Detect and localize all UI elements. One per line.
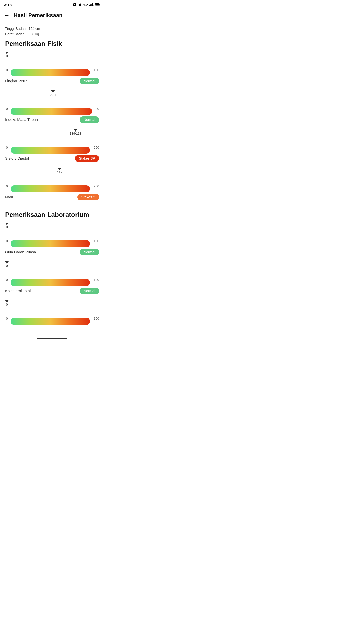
svg-rect-4 <box>93 5 94 6</box>
gauge-nadi: 117 0 200 <box>5 168 99 192</box>
gauge-bar-wrapper-kolesterol <box>11 274 90 286</box>
section-title-laboratorium: Pemeriksaan Laboratorium <box>5 211 99 219</box>
signal-icon <box>89 3 94 6</box>
measurement-nadi: 117 0 200 Nadi Stakes 3 <box>5 168 99 200</box>
gauge-row-item3: 0 100 <box>5 313 99 325</box>
svg-rect-3 <box>92 3 93 6</box>
gauge-bar-kolesterol <box>11 279 90 286</box>
name-sistol: Sistol / Diastol <box>5 156 29 160</box>
header: ← Hasil Pemeriksaan <box>0 9 104 22</box>
name-imt: Indeks Masa Tubuh <box>5 117 38 122</box>
gauge-gula-darah: 0 0 100 <box>5 223 99 247</box>
gauge-max-gula: 100 <box>94 239 99 243</box>
gauge-min-item3: 0 <box>5 317 9 320</box>
gauge-bar-nadi <box>11 185 90 192</box>
indicator-arrow-nadi <box>58 168 61 170</box>
home-indicator <box>37 338 67 339</box>
gauge-bar-lingkar-perut <box>11 69 90 76</box>
gauge-min-imt: 0 <box>5 107 9 111</box>
indicator-arrow-gula <box>5 223 9 225</box>
gauge-item3: 0 0 100 <box>5 300 99 325</box>
footer-lingkar-perut: Lingkar Perut Normal <box>5 78 99 84</box>
name-nadi: Nadi <box>5 195 13 199</box>
patient-info: Tinggi Badan : 164 cm Berat Badan : 55.0… <box>5 26 99 37</box>
gauge-bar-item3 <box>11 318 90 325</box>
gauge-row-kolesterol: 0 100 <box>5 274 99 286</box>
gauge-sistol-diastol: 189/118 0 250 <box>5 129 99 154</box>
section-pemeriksaan-fisik: Pemeriksaan Fisik 0 0 100 <box>5 40 99 200</box>
gauge-indeks-masa-tubuh: 20.4 0 40 <box>5 90 99 115</box>
badge-sistol: Stakes 3P <box>75 155 99 162</box>
patient-weight: Berat Badan : 55.0 kg <box>5 31 99 37</box>
gauge-row-gula: 0 100 <box>5 235 99 247</box>
gauge-max-sistol: 250 <box>94 146 99 149</box>
gauge-bar-wrapper-item3 <box>11 313 90 325</box>
indicator-value-kolesterol: 0 <box>6 264 8 268</box>
section-title-fisik: Pemeriksaan Fisik <box>5 40 99 48</box>
gauge-row-nadi: 0 200 <box>5 180 99 192</box>
indicator-value-imt: 20.4 <box>50 93 56 97</box>
gauge-min-lingkar-perut: 0 <box>5 68 9 72</box>
status-icons <box>72 3 100 7</box>
svg-rect-7 <box>99 4 100 5</box>
measurement-item3: 0 0 100 <box>5 300 99 325</box>
gauge-max-nadi: 200 <box>94 184 99 188</box>
indicator-arrow-lingkar-perut <box>5 52 9 54</box>
gauge-max-lingkar-perut: 100 <box>94 68 99 72</box>
content: Tinggi Badan : 164 cm Berat Badan : 55.0… <box>0 22 104 335</box>
patient-height: Tinggi Badan : 164 cm <box>5 26 99 31</box>
badge-lingkar-perut: Normal <box>80 78 99 84</box>
status-time: 3:18 <box>4 3 12 7</box>
gauge-max-kolesterol: 100 <box>94 278 99 282</box>
footer-sistol: Sistol / Diastol Stakes 3P <box>5 155 99 162</box>
gauge-bar-wrapper-nadi <box>11 180 90 192</box>
svg-rect-2 <box>91 4 92 6</box>
gauge-bar-wrapper-sistol <box>11 142 90 154</box>
gauge-bar-wrapper-gula <box>11 235 90 247</box>
indicator-arrow-item3 <box>5 300 9 303</box>
gauge-row-lingkar-perut: 0 100 <box>5 64 99 76</box>
footer-nadi: Nadi Stakes 3 <box>5 194 99 200</box>
indicator-value-gula: 0 <box>6 225 8 229</box>
footer-imt: Indeks Masa Tubuh Normal <box>5 116 99 123</box>
badge-kolesterol: Normal <box>80 288 99 294</box>
gauge-min-kolesterol: 0 <box>5 278 9 282</box>
gauge-min-gula: 0 <box>5 239 9 243</box>
gauge-min-sistol: 0 <box>5 146 9 149</box>
gauge-row-sistol: 0 250 <box>5 142 99 154</box>
svg-rect-0 <box>89 5 90 6</box>
gauge-max-imt: 40 <box>96 107 99 111</box>
gauge-min-nadi: 0 <box>5 184 9 188</box>
measurement-gula-darah: 0 0 100 Gula Darah Puasa Normal <box>5 223 99 255</box>
gauge-lingkar-perut: 0 0 100 <box>5 52 99 76</box>
indicator-value-nadi: 117 <box>57 170 62 174</box>
measurement-sistol-diastol: 189/118 0 250 Sistol / Diastol Stakes 3P <box>5 129 99 162</box>
svg-rect-1 <box>90 4 91 6</box>
battery-icon <box>95 3 100 6</box>
measurement-lingkar-perut: 0 0 100 Lingkar Perut Normal <box>5 52 99 84</box>
sim-icon <box>72 3 76 7</box>
indicator-arrow-imt <box>51 90 55 93</box>
page-title: Hasil Pemeriksaan <box>14 12 62 19</box>
name-kolesterol: Kolesterol Total <box>5 289 31 293</box>
back-button[interactable]: ← <box>4 13 10 18</box>
indicator-arrow-kolesterol <box>5 261 9 264</box>
indicator-value-lingkar-perut: 0 <box>6 54 8 58</box>
section-pemeriksaan-laboratorium: Pemeriksaan Laboratorium 0 0 100 <box>5 211 99 325</box>
gauge-bar-imt <box>11 108 92 115</box>
gauge-bar-wrapper-lingkar-perut <box>11 64 90 76</box>
svg-rect-6 <box>95 4 99 6</box>
badge-gula: Normal <box>80 249 99 255</box>
wifi-icon <box>83 3 88 6</box>
gauge-bar-sistol <box>11 147 90 154</box>
badge-imt: Normal <box>80 116 99 123</box>
gauge-bar-wrapper-imt <box>11 103 92 115</box>
indicator-arrow-sistol <box>74 129 77 132</box>
gauge-max-item3: 100 <box>94 317 99 320</box>
gauge-bar-gula <box>11 240 90 247</box>
sd-icon <box>78 3 82 7</box>
badge-nadi: Stakes 3 <box>77 194 99 200</box>
section-divider <box>5 207 99 207</box>
name-gula: Gula Darah Puasa <box>5 250 36 254</box>
gauge-kolesterol: 0 0 100 <box>5 261 99 286</box>
